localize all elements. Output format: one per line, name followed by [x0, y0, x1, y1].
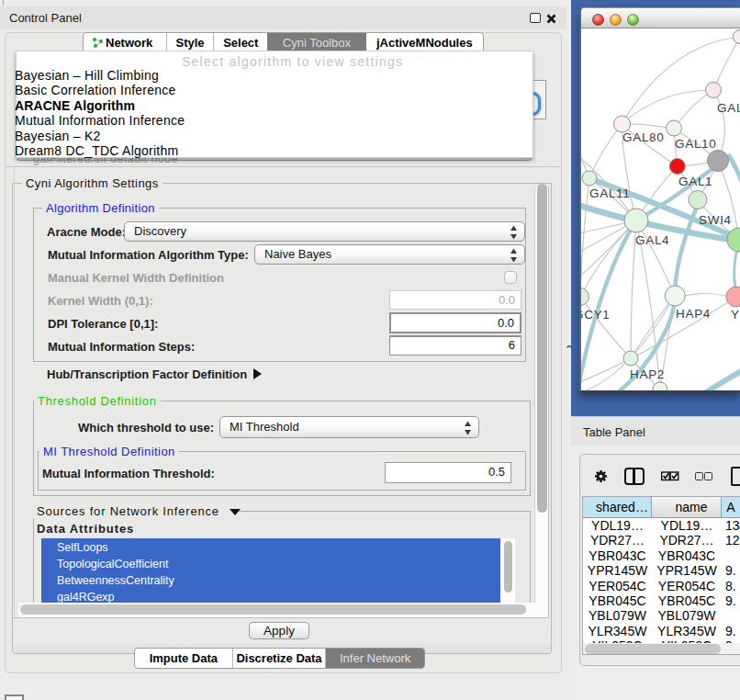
svg-text:GAL10: GAL10 — [675, 137, 717, 151]
svg-text:GCY1: GCY1 — [581, 308, 611, 322]
svg-text:GAL7: GAL7 — [717, 101, 740, 115]
svg-text:SWI4: SWI4 — [699, 213, 732, 227]
svg-text:HAP4: HAP4 — [676, 307, 711, 321]
svg-text:Y: Y — [731, 308, 740, 322]
svg-text:GAL1: GAL1 — [678, 175, 712, 188]
svg-text:GAL80: GAL80 — [622, 130, 665, 144]
svg-text:HAP2: HAP2 — [630, 367, 665, 381]
svg-text:GAL4: GAL4 — [635, 233, 669, 247]
svg-text:GAL11: GAL11 — [589, 186, 631, 200]
